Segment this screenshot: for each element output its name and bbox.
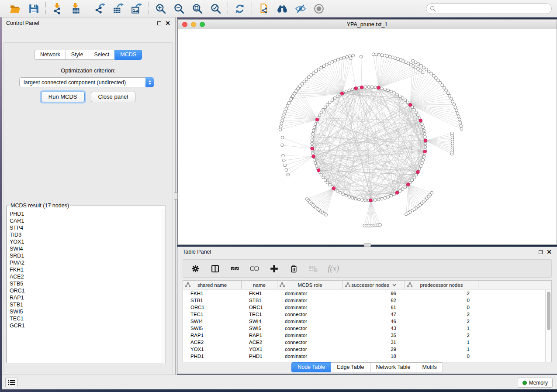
column-header-name[interactable]: name (242, 281, 277, 289)
cell-MCDS-role: dominator (277, 353, 343, 360)
cell-predecessor-nodes: 0 (405, 304, 478, 311)
table-row[interactable]: SWI5SWI5connector431 (183, 325, 545, 332)
table-row[interactable]: RAP1RAP1dominator352 (183, 332, 545, 339)
deselect-all-button[interactable] (249, 263, 259, 274)
zoom-fit-button[interactable] (191, 2, 204, 15)
mcds-result-item[interactable]: SWI5 (10, 308, 160, 315)
delete-row-button[interactable] (288, 263, 299, 274)
mcds-result-title: MCDS result (17 nodes) (9, 203, 70, 209)
mcds-result-item[interactable]: TEC1 (10, 315, 160, 322)
close-panel-button[interactable]: Close panel (91, 92, 136, 102)
control-panel-title: Control Panel (6, 20, 157, 26)
close-table-panel-icon[interactable]: ✕ (547, 250, 552, 254)
cell-predecessor-nodes: 1 (405, 325, 478, 332)
mcds-result-item[interactable]: GCR1 (10, 322, 160, 329)
mcds-result-item[interactable]: ACE2 (10, 273, 160, 280)
refresh-button[interactable] (233, 2, 246, 15)
memory-button[interactable]: Memory (518, 378, 553, 388)
network-graph[interactable] (178, 29, 557, 244)
horizontal-splitter-grip[interactable] (364, 243, 371, 247)
save-button[interactable] (27, 2, 40, 15)
tab-style[interactable]: Style (66, 50, 89, 60)
binoculars-icon (277, 3, 288, 14)
mcds-result-item[interactable]: STB5 (10, 280, 160, 287)
cell-name: YOX1 (242, 346, 277, 353)
export-network-button[interactable] (93, 2, 107, 15)
cell-name: PHD1 (242, 353, 277, 360)
table-row[interactable]: ACE2ACE2connector311 (183, 339, 545, 346)
cell-predecessor-nodes: 2 (405, 311, 478, 318)
clone-network-button[interactable] (257, 2, 270, 15)
mcds-result-item[interactable]: ORC1 (10, 287, 160, 294)
mcds-result-item[interactable]: PHD1 (10, 210, 160, 217)
mcds-result-item[interactable]: SWI4 (10, 245, 160, 252)
vertical-splitter-grip[interactable] (174, 193, 178, 199)
tab-network-table[interactable]: Network Table (370, 362, 416, 372)
mcds-result-item[interactable]: CAR1 (10, 217, 160, 224)
show-details-icon (313, 3, 325, 14)
close-panel-icon[interactable]: ✕ (165, 21, 170, 25)
search-input[interactable] (438, 5, 551, 13)
float-panel-icon[interactable] (157, 21, 161, 25)
mcds-result-item[interactable]: SRD1 (10, 252, 160, 259)
toolbar-search[interactable] (426, 3, 552, 14)
mcds-result-item[interactable]: FKH1 (10, 266, 160, 273)
mcds-result-item[interactable]: TID3 (10, 231, 160, 238)
hide-details-button[interactable] (294, 2, 307, 15)
criterion-label: Optimization criterion: (2, 67, 175, 74)
cell-shared-name: FKH1 (183, 290, 242, 297)
table-scrollbar[interactable] (545, 290, 551, 362)
split-panel-button[interactable] (210, 263, 220, 274)
mcds-result-box: MCDS result (17 nodes) PHD1CAR1STP4TID3Y… (6, 203, 166, 363)
run-mcds-button[interactable]: Run MCDS (41, 92, 85, 102)
table-row[interactable]: PHD1PHD1dominator180 (183, 353, 545, 360)
export-image-button[interactable] (130, 2, 143, 15)
tab-select[interactable]: Select (89, 50, 115, 60)
table-row[interactable]: SWI4SWI4dominator462 (183, 318, 545, 325)
tab-edge-table[interactable]: Edge Table (331, 362, 370, 372)
tab-network[interactable]: Network (35, 50, 66, 60)
show-details-button[interactable] (312, 2, 325, 15)
table-row[interactable]: STB1STB1dominator620 (183, 297, 545, 304)
export-table-button[interactable] (112, 2, 125, 15)
show-panels-button[interactable] (5, 378, 17, 387)
table-header-row: shared namenameMCDS rolesuccessor nodesp… (183, 281, 551, 289)
cell-shared-name: SWI4 (183, 318, 242, 325)
zoom-out-button[interactable] (173, 2, 186, 15)
tab-node-table[interactable]: Node Table (291, 362, 331, 372)
cell-shared-name: STB1 (183, 297, 242, 304)
select-all-button[interactable] (229, 263, 240, 274)
mcds-result-item[interactable]: YOX1 (10, 238, 160, 245)
table-scrollbar-thumb[interactable] (547, 292, 550, 330)
mcds-list-scrollbar[interactable] (161, 209, 166, 363)
table-row[interactable]: ORC1ORC1dominator610 (183, 304, 545, 311)
mcds-result-item[interactable]: PMA2 (10, 259, 160, 266)
column-header-shared-name[interactable]: shared name (183, 281, 242, 289)
mcds-result-item[interactable]: STB1 (10, 301, 160, 308)
mcds-result-item[interactable]: RAP1 (10, 294, 160, 301)
mcds-result-item[interactable]: STP4 (10, 224, 160, 231)
network-window: YPA_prune.txt_1 (177, 19, 557, 245)
add-row-button[interactable] (269, 263, 279, 274)
settings-button[interactable] (190, 263, 201, 274)
table-row[interactable]: TEC1TEC1connector472 (183, 311, 545, 318)
open-button[interactable] (9, 2, 22, 15)
column-header-MCDS-role[interactable]: MCDS role (277, 281, 343, 289)
criterion-dropdown[interactable]: largest connected component (undirected) (19, 77, 154, 87)
table-row[interactable]: YOX1YOX1connector291 (183, 346, 545, 353)
column-header-successor-nodes[interactable]: successor nodes (343, 281, 405, 289)
import-table-button[interactable] (69, 2, 83, 15)
import-network-button[interactable] (51, 2, 64, 15)
mcds-result-list[interactable]: PHD1CAR1STP4TID3YOX1SWI4SRD1PMA2FKH1ACE2… (7, 210, 160, 362)
zoom-selected-button[interactable] (209, 2, 222, 15)
float-table-panel-icon[interactable] (539, 250, 543, 254)
table-row[interactable]: FKH1FKH1dominator962 (183, 290, 545, 297)
binoculars-button[interactable] (276, 2, 289, 15)
network-window-titlebar[interactable]: YPA_prune.txt_1 (178, 20, 557, 29)
tab-mcds[interactable]: MCDS (114, 50, 142, 60)
cell-predecessor-nodes: 2 (405, 332, 478, 339)
zoom-in-button[interactable] (154, 2, 167, 15)
tab-motifs[interactable]: Motifs (416, 362, 443, 372)
cell-successor-nodes: 29 (343, 346, 405, 353)
column-header-predecessor-nodes[interactable]: predecessor nodes (405, 281, 478, 289)
